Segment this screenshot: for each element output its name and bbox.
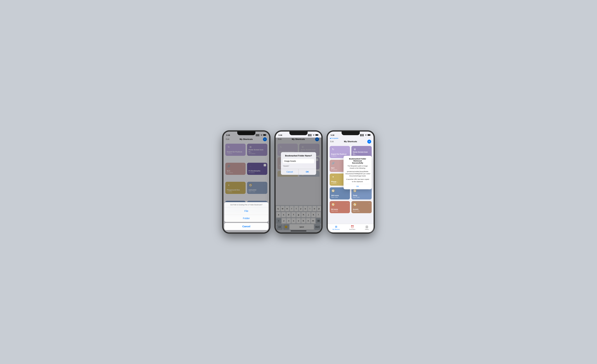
dialog-box: Bookmarked Folder Name? "Assets" Cancel … (281, 152, 316, 175)
tab-automation-icon: ⏰ (351, 225, 354, 228)
tab-shortcuts-icon: ⊞ (335, 225, 337, 228)
card-menu-dots[interactable]: ··· (347, 202, 349, 205)
card-actions: Open Links (331, 197, 348, 198)
card-name: Assets (353, 208, 370, 210)
success-popup-ok-button[interactable]: OK (346, 184, 370, 187)
shortcut-card[interactable]: 🧭 ··· AssetsOpen Links (351, 201, 372, 213)
card-name: Export for Pushcut (331, 153, 348, 155)
signal-icon-2: ▌▌▌ (308, 134, 312, 136)
card-name: Temp (353, 195, 370, 197)
card-name: 50 Icons (331, 208, 348, 210)
card-actions: Open Links (353, 210, 370, 212)
dialog-buttons: Cancel OK (281, 169, 316, 175)
card-icon: ⊞ (353, 147, 357, 151)
shortcut-card[interactable]: 🧭 ··· 50 IconsOpen Links (330, 201, 350, 213)
battery-icon-3 (368, 134, 371, 136)
dialog-overlay: Bookmarked Folder Name? "Assets" Cancel … (275, 138, 322, 232)
success-popup: Bookmarked Folder RetrievedSuccessfully … (344, 156, 372, 189)
phone-2: 5:38 ▌▌▌ Edit My Shortcuts (275, 131, 322, 233)
status-icons-3: ▌▌▌ (360, 134, 371, 136)
success-popup-title: Bookmarked Folder RetrievedSuccessfully (346, 158, 370, 164)
tab-shortcuts-label: My Shortcuts (333, 229, 340, 230)
nav-title-3: My Shortcuts (334, 140, 367, 143)
nav-bar-3: Edit My Shortcuts + (328, 140, 374, 145)
success-popup-note: A launcher URL has been copied to the cl… (346, 178, 370, 183)
status-icons-2: ▌▌▌ (308, 134, 319, 136)
card-name: 300 Icons (331, 195, 348, 197)
action-sheet-folder[interactable]: Folder (224, 215, 268, 222)
tab-gallery-label: Gallery (365, 229, 369, 230)
time-3: 5:38 (331, 134, 334, 136)
time-2: 5:38 (278, 134, 282, 136)
dialog-suggestion: "Assets" (281, 164, 316, 169)
card-icon: ↻ (331, 147, 335, 151)
signal-icon-3: ▌▌▌ (360, 134, 364, 136)
battery-icon-2 (315, 134, 319, 136)
tab-bar-3: ⊞ My Shortcuts ⏰ Automation ◫ Gallery (328, 224, 374, 232)
dialog-ok-button[interactable]: OK (298, 169, 316, 175)
dialog-cancel-button[interactable]: Cancel (281, 169, 298, 175)
back-link-3[interactable]: ◀ Scriptable (328, 137, 374, 140)
success-popup-body: The filesystem path to Image Assets is t… (346, 165, 370, 169)
tab-automation[interactable]: ⏰ Automation (349, 225, 355, 230)
edit-button-3[interactable]: Edit (330, 140, 334, 143)
action-sheet-file[interactable]: File (224, 207, 268, 215)
action-sheet-group: Get Path to Existing File or Folder Book… (224, 202, 268, 222)
card-actions: Open Links (353, 197, 370, 198)
action-sheet: Get Path to Existing File or Folder Book… (223, 202, 269, 232)
tab-my-shortcuts[interactable]: ⊞ My Shortcuts (333, 225, 340, 230)
success-popup-path: /private/var/mobile/Library/Mobile Docum… (346, 170, 370, 177)
card-menu-dots[interactable]: ··· (347, 147, 349, 149)
card-icon: 🧭 (353, 203, 357, 206)
tab-automation-label: Automation (349, 229, 355, 230)
card-icon: 🔗 (331, 161, 335, 165)
card-icon: 🧭 (331, 203, 335, 206)
phone-3: 5:38 ▌▌▌ ◀ Scriptable Edit (327, 131, 374, 233)
card-name: Home Screen Icon Cr... (353, 151, 370, 155)
phone-1: 5:38 ▌▌▌ Edit My Shortcuts (223, 131, 270, 233)
card-icon: 🧭 (353, 189, 357, 193)
svg-rect-4 (316, 135, 318, 135)
action-sheet-title: Get Path to Existing File or Folder Book… (224, 202, 268, 207)
notch-2 (289, 132, 308, 135)
dialog-title: Bookmarked Folder Name? (281, 152, 316, 158)
dialog-input[interactable] (283, 159, 314, 163)
card-actions: Open Links (331, 210, 348, 212)
card-icon: ✦ (331, 175, 335, 179)
wifi-icon-2 (313, 134, 315, 136)
card-menu-dots[interactable]: ··· (369, 147, 370, 149)
action-sheet-cancel[interactable]: Cancel (224, 223, 268, 230)
svg-rect-8 (370, 135, 371, 135)
wifi-icon-3 (365, 134, 367, 136)
card-menu-dots[interactable]: ··· (369, 202, 370, 205)
tab-gallery[interactable]: ◫ Gallery (365, 225, 369, 230)
tab-gallery-icon: ◫ (366, 225, 368, 228)
card-icon: 🧭 (331, 189, 335, 193)
notch-3 (342, 132, 360, 135)
svg-rect-7 (368, 135, 370, 135)
add-button-3[interactable]: + (367, 140, 371, 143)
svg-rect-5 (318, 135, 319, 135)
phones-container: 5:38 ▌▌▌ Edit My Shortcuts (223, 131, 374, 233)
